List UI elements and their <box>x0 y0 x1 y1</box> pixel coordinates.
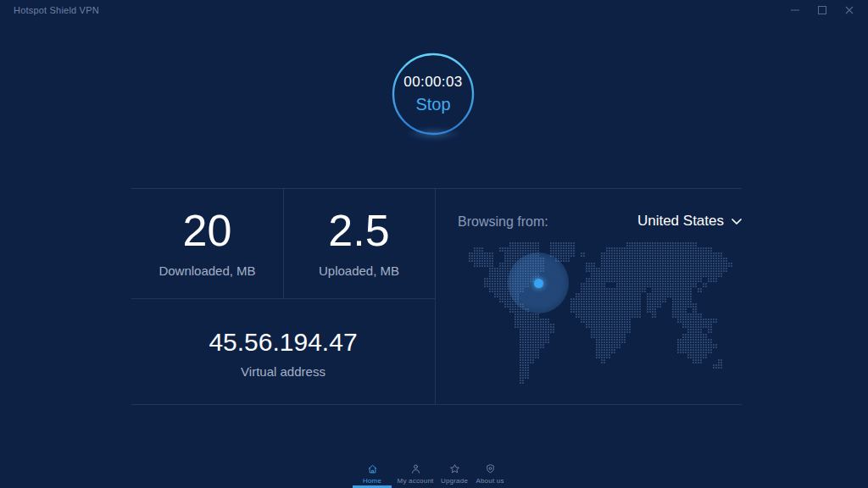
window-title: Hotspot Shield VPN <box>14 5 99 15</box>
connection-timer[interactable]: 00:00:03 Stop <box>392 53 475 136</box>
selected-location: United States <box>637 213 724 230</box>
virtual-address-label: Virtual address <box>131 364 435 379</box>
window-controls <box>782 0 863 20</box>
downloaded-stat: 20 Downloaded, MB <box>131 208 283 278</box>
divider-top <box>131 188 742 189</box>
uploaded-value: 2.5 <box>283 208 435 252</box>
minimize-button[interactable] <box>782 0 809 20</box>
app-window: Hotspot Shield VPN 00:00:03 <box>0 0 868 488</box>
downloaded-value: 20 <box>131 208 283 252</box>
divider-bottom <box>131 404 742 405</box>
location-selector[interactable]: United States <box>637 213 742 230</box>
shield-icon <box>485 463 496 474</box>
star-icon <box>449 463 460 474</box>
nav-item-about-us[interactable]: About us <box>464 463 516 485</box>
world-map-dots <box>458 241 743 384</box>
divider-vertical-main <box>435 188 436 404</box>
world-map <box>458 241 743 384</box>
person-icon <box>410 463 421 474</box>
stop-button[interactable]: Stop <box>415 95 450 114</box>
location-marker-icon <box>534 279 543 288</box>
virtual-address-value: 45.56.194.47 <box>131 330 435 355</box>
minimize-icon <box>791 6 799 14</box>
maximize-icon <box>818 6 826 14</box>
browsing-from-label: Browsing from: <box>458 214 548 230</box>
uploaded-stat: 2.5 Uploaded, MB <box>283 208 435 278</box>
divider-middle-left <box>131 298 435 299</box>
chevron-down-icon <box>732 219 742 225</box>
nav-label-home: Home <box>363 477 381 485</box>
nav-label-about-us: About us <box>476 477 504 485</box>
close-icon <box>845 6 854 14</box>
maximize-button[interactable] <box>809 0 836 20</box>
home-icon <box>367 463 378 474</box>
downloaded-label: Downloaded, MB <box>131 263 283 278</box>
virtual-address-stat: 45.56.194.47 Virtual address <box>131 330 435 379</box>
timer-value: 00:00:03 <box>403 74 462 91</box>
uploaded-label: Uploaded, MB <box>283 263 435 278</box>
close-button[interactable] <box>836 0 863 20</box>
title-bar: Hotspot Shield VPN <box>0 0 868 24</box>
